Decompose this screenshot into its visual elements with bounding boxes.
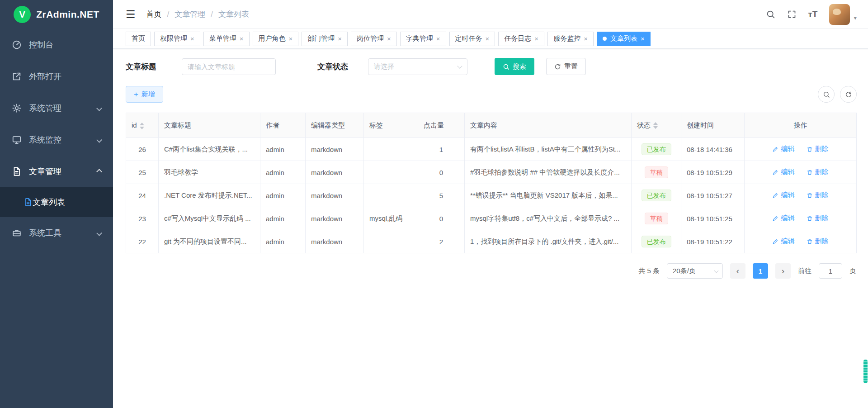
tab-service-monitor[interactable]: 服务监控× (547, 32, 594, 46)
close-icon[interactable]: × (338, 35, 342, 42)
tab-user-role[interactable]: 用户角色× (253, 32, 299, 46)
table-row: 23 c#写入Mysql中文显示乱码 ... admin markdown my… (126, 207, 857, 230)
cell-ops: 编辑 删除 (745, 184, 857, 207)
column-header-status[interactable]: 状态 (632, 113, 681, 138)
delete-button[interactable]: 删除 (807, 214, 829, 223)
goto-label: 前往 (798, 267, 811, 275)
breadcrumb-item-article-list[interactable]: 文章列表 (218, 9, 249, 19)
edit-button[interactable]: 编辑 (772, 191, 794, 199)
sidebar-item-label: 系统工具 (29, 228, 61, 238)
column-header-ops: 操作 (745, 113, 857, 138)
page-1-button[interactable]: 1 (753, 263, 768, 279)
tab-menu-management[interactable]: 菜单管理× (203, 32, 250, 46)
close-icon[interactable]: × (387, 35, 391, 42)
table-toolbar: + 新增 (126, 86, 857, 103)
avatar[interactable] (829, 4, 850, 25)
toolbox-icon (12, 228, 22, 238)
goto-unit-label: 页 (849, 267, 856, 275)
next-page-button[interactable]: › (775, 263, 791, 279)
tab-permission-management[interactable]: 权限管理× (154, 32, 200, 46)
close-icon[interactable]: × (190, 35, 194, 42)
sidebar-item-article-list[interactable]: 文章列表 (0, 187, 113, 217)
sort-icon[interactable] (653, 122, 658, 129)
article-status-select[interactable]: 请选择 (368, 58, 467, 75)
breadcrumb-item-article-management[interactable]: 文章管理 (175, 9, 205, 19)
status-badge: 草稿 (645, 213, 668, 225)
close-icon[interactable]: × (584, 35, 588, 42)
trash-icon (807, 238, 813, 245)
edit-button[interactable]: 编辑 (772, 237, 794, 246)
pencil-icon (772, 192, 778, 199)
pencil-icon (772, 215, 778, 222)
tab-task-log[interactable]: 任务日志× (498, 32, 544, 46)
breadcrumb-item-home[interactable]: 首页 (146, 9, 162, 19)
prev-page-button[interactable]: ‹ (730, 263, 745, 279)
goto-page-input[interactable] (819, 263, 842, 279)
add-button[interactable]: + 新增 (126, 86, 163, 103)
sidebar-item-article-management[interactable]: 文章管理 (0, 156, 113, 187)
cell-content: 1，找到项目所在目录下的 .git/文件夹，进入.git/... (465, 230, 632, 253)
page-size-select[interactable]: 20条/页 (667, 263, 723, 279)
sidebar-item-system-tools[interactable]: 系统工具 (0, 217, 113, 249)
cell-tags (364, 230, 418, 253)
close-icon[interactable]: × (240, 35, 244, 42)
column-header-id[interactable]: id (126, 113, 159, 138)
trash-icon (807, 146, 813, 152)
edit-button[interactable]: 编辑 (772, 145, 794, 153)
vertical-scrollbar[interactable] (863, 0, 868, 408)
tab-dict-management[interactable]: 字典管理× (400, 32, 446, 46)
close-icon[interactable]: × (534, 35, 538, 42)
delete-button[interactable]: 删除 (807, 191, 829, 199)
reset-button[interactable]: 重置 (546, 58, 586, 75)
refresh-icon (554, 63, 561, 70)
tab-home[interactable]: 首页 (126, 32, 151, 46)
collapse-sidebar-icon[interactable]: ☰ (126, 9, 136, 20)
close-icon[interactable]: × (289, 35, 293, 42)
cell-author: admin (260, 138, 306, 161)
trash-icon (807, 215, 813, 222)
refresh-icon (845, 91, 852, 98)
cell-hits: 0 (418, 161, 465, 184)
close-icon[interactable]: × (486, 35, 490, 42)
sidebar: V ZrAdmin.NET 控制台 外部打开 系统管理 (0, 0, 113, 408)
close-icon[interactable]: × (436, 35, 440, 42)
monitor-icon (12, 135, 22, 145)
sidebar-item-system-monitor[interactable]: 系统监控 (0, 124, 113, 156)
cell-content: 有两个list,listA 和listB，listA中有三个属性列为St... (465, 138, 632, 161)
search-button[interactable]: 搜索 (495, 58, 534, 75)
chevron-down-icon (96, 137, 102, 143)
edit-button[interactable]: 编辑 (772, 168, 794, 176)
search-icon[interactable] (766, 9, 775, 19)
sort-icon[interactable] (140, 123, 144, 129)
sidebar-item-external-open[interactable]: 外部打开 (0, 61, 113, 92)
topbar-actions: тT ▾ (766, 4, 857, 25)
refresh-table-button[interactable] (840, 86, 857, 103)
tab-post-management[interactable]: 岗位管理× (351, 32, 397, 46)
fullscreen-icon[interactable] (787, 9, 797, 19)
sidebar-item-dashboard[interactable]: 控制台 (0, 29, 113, 61)
edit-button[interactable]: 编辑 (772, 214, 794, 223)
article-title-input[interactable] (182, 58, 276, 75)
column-header-hits: 点击量 (418, 113, 465, 138)
cell-ops: 编辑 删除 (745, 230, 857, 253)
cell-status: 已发布 (632, 184, 681, 207)
sidebar-item-label: 控制台 (29, 39, 53, 50)
toggle-search-button[interactable] (818, 86, 835, 103)
tab-article-list[interactable]: 文章列表× (597, 32, 651, 46)
tab-scheduled-task[interactable]: 定时任务× (449, 32, 495, 46)
delete-button[interactable]: 删除 (807, 237, 829, 246)
close-icon[interactable]: × (641, 35, 645, 42)
cell-editor: markdown (306, 230, 364, 253)
scrollbar-thumb[interactable] (863, 360, 868, 383)
delete-button[interactable]: 删除 (807, 168, 829, 176)
tab-department-management[interactable]: 部门管理× (302, 32, 348, 46)
cell-id: 25 (126, 161, 159, 184)
pagination: 共 5 条 20条/页 ‹ 1 › 前往 页 (126, 263, 856, 279)
pencil-icon (772, 146, 778, 152)
text-size-icon[interactable]: тT (808, 9, 818, 19)
avatar-dropdown-caret-icon[interactable]: ▾ (854, 14, 857, 21)
sidebar-item-system-management[interactable]: 系统管理 (0, 92, 113, 124)
cell-created: 08-19 10:51:29 (681, 161, 745, 184)
delete-button[interactable]: 删除 (807, 145, 829, 153)
cell-title: 羽毛球教学 (159, 161, 260, 184)
